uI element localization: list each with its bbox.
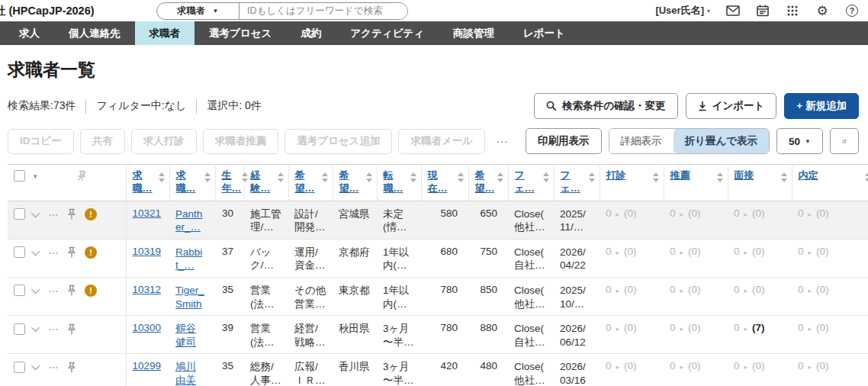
column-label[interactable]: フ ェ… [515,169,535,195]
column-label[interactable]: 内定 [799,169,818,182]
column-label[interactable]: 経 験… [251,169,271,195]
row-checkbox[interactable] [14,362,25,373]
row-more-icon[interactable]: ⋯ [48,246,59,259]
pin-icon[interactable] [67,362,76,373]
row-expand-chevron-icon[interactable] [31,209,40,217]
candidate-name-link[interactable]: 鶴谷 健司 [175,322,196,349]
row-expand-chevron-icon[interactable] [31,247,40,256]
candidate-id-link[interactable]: 10319 [133,246,162,257]
page-size-dropdown[interactable]: 50 ▼ [776,128,823,154]
gear-icon[interactable]: ⚙ [815,4,829,18]
sort-icon[interactable] [322,172,328,182]
select-all-checkbox[interactable] [14,170,25,182]
candidate-name-link[interactable]: Panth er_… [175,207,202,234]
row-more-icon[interactable]: ⋯ [48,361,59,373]
column-label[interactable]: 希 望… [475,169,495,195]
column-label[interactable]: 希 望… [339,169,359,195]
row-more-icon[interactable]: ⋯ [48,285,59,297]
cell-name: 鶴谷 健司 [169,316,215,354]
cell-phase: Close( 他社… [508,354,554,386]
row-more-icon[interactable]: ⋯ [48,323,59,335]
pin-icon[interactable] [67,246,76,258]
import-button[interactable]: インポート [686,93,777,119]
candidate-name-link[interactable]: Tiger_ Smith [175,284,204,310]
column-label[interactable]: 生 年… [222,169,242,195]
triangle-right-icon: ▸ [809,363,812,371]
collapsed-view-tab[interactable]: 折り畳んで表示 [674,129,769,153]
column-label[interactable]: 希 望… [295,169,315,195]
detail-view-tab[interactable]: 詳細表示 [609,129,674,153]
bulk-action-button-3[interactable]: 求職者推薦 [203,129,279,154]
column-label[interactable]: 推薦 [670,169,690,182]
user-menu[interactable]: [User氏名] ▾ [655,4,710,18]
sort-icon[interactable] [366,172,372,182]
sort-icon[interactable] [781,172,787,182]
nav-tab-1[interactable]: 個人連絡先 [54,21,135,45]
more-actions-icon[interactable]: ⋯ [491,134,513,149]
column-label[interactable]: 打診 [606,169,626,182]
column-label[interactable]: 転 職… [384,169,403,195]
pin-icon[interactable] [67,323,76,335]
nav-tab-7[interactable]: レポート [509,21,580,45]
candidate-id-link[interactable]: 10299 [133,360,162,372]
sort-icon[interactable] [458,172,464,182]
sort-icon[interactable] [717,172,723,182]
select-menu-caret-icon[interactable]: ▾ [34,172,37,180]
candidate-name-link[interactable]: 鳩川 由美 [175,360,196,386]
sort-icon[interactable] [653,172,659,182]
column-label[interactable]: 面接 [735,169,754,182]
sort-icon[interactable] [589,172,595,182]
row-more-icon[interactable]: ⋯ [48,208,59,220]
help-icon[interactable]: ? [845,4,859,18]
column-label[interactable]: 求 職… [176,169,196,195]
bulk-action-button-0[interactable]: IDコピー [8,129,74,154]
column-label[interactable]: 現 在… [428,169,448,195]
candidate-name-link[interactable]: Rabbi t_… [175,246,202,272]
app-launcher-icon[interactable] [786,4,799,18]
mail-icon[interactable] [726,4,740,18]
sort-icon[interactable] [278,172,284,182]
bulk-action-button-5[interactable]: 求職者メール [398,129,485,154]
cell-current-income: 780 [421,316,468,354]
add-new-button[interactable]: + 新規追加 [784,93,859,119]
row-expand-chevron-icon[interactable] [31,285,40,294]
row-checkbox[interactable] [14,208,25,220]
sort-icon[interactable] [497,172,503,182]
row-checkbox[interactable] [14,285,25,296]
nav-tab-4[interactable]: 成約 [286,21,336,45]
pin-icon[interactable] [67,208,76,220]
search-scope-dropdown[interactable]: 求職者 ▼ [157,3,240,19]
nav-tab-0[interactable]: 求人 [5,21,54,45]
nav-tab-6[interactable]: 商談管理 [439,21,509,45]
candidate-id-link[interactable]: 10321 [133,207,162,219]
user-name: [User氏名] [655,4,704,18]
nav-tab-3[interactable]: 選考プロセス [194,21,286,45]
sort-icon[interactable] [543,172,549,182]
search-conditions-button[interactable]: 検索条件の確認・変更 [534,93,677,119]
row-expand-chevron-icon[interactable] [31,362,40,370]
pin-slash-icon[interactable] [77,170,87,182]
candidate-id-link[interactable]: 10300 [133,322,162,333]
row-checkbox[interactable] [14,246,25,258]
nav-tab-5[interactable]: アクティビティ [336,21,439,45]
refresh-button[interactable] [830,128,859,154]
column-label[interactable]: フ ェ… [561,169,580,195]
global-search-input[interactable] [240,3,407,19]
bulk-action-button-1[interactable]: 共有 [80,129,125,154]
sort-icon[interactable] [865,172,868,182]
sort-icon[interactable] [204,172,211,182]
nav-tab-2[interactable]: 求職者 [135,21,195,45]
sort-icon[interactable] [410,172,416,182]
column-label[interactable]: 求 職… [133,169,153,195]
row-checkbox[interactable] [14,323,25,335]
row-expand-chevron-icon[interactable] [31,323,40,332]
candidate-id-link[interactable]: 10312 [133,284,162,295]
bulk-action-button-2[interactable]: 求人打診 [131,129,197,154]
sort-icon[interactable] [242,172,248,182]
cell-id: 10319 [126,239,169,277]
bulk-action-button-4[interactable]: 選考プロセス追加 [285,129,392,154]
pin-icon[interactable] [67,285,76,296]
print-view-button[interactable]: 印刷用表示 [526,128,602,154]
sort-icon[interactable] [159,172,165,182]
calendar-icon[interactable] [756,4,770,18]
